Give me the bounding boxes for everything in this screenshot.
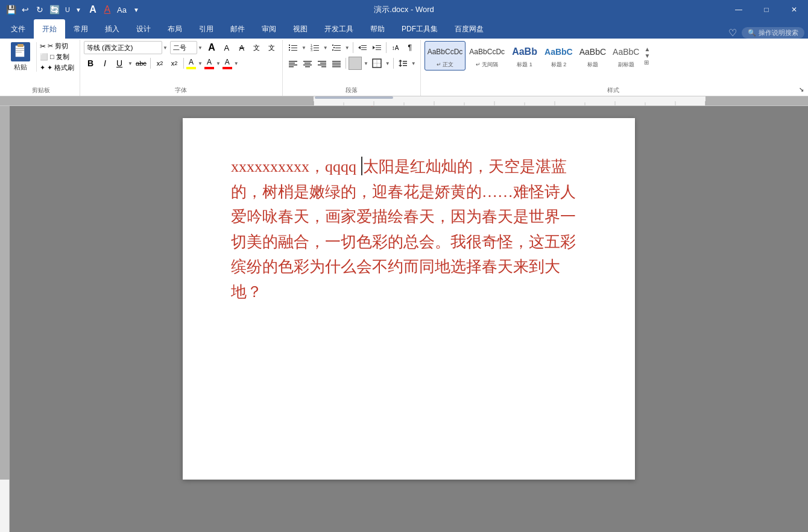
font-name-input[interactable] bbox=[84, 41, 162, 54]
svg-rect-12 bbox=[314, 45, 319, 46]
font-name-selector[interactable]: ▼ bbox=[84, 41, 168, 54]
borders-dropdown[interactable]: ▼ bbox=[385, 61, 391, 66]
clipboard-sub: ✂ ✂ 剪切 ⬜ □ 复制 ✦ ✦ 格式刷 bbox=[38, 41, 76, 73]
font-color2-dropdown[interactable]: ▼ bbox=[233, 61, 239, 66]
underline-button[interactable]: U bbox=[113, 57, 126, 70]
multilevel-list-button[interactable] bbox=[330, 41, 343, 54]
close-button[interactable]: ✕ bbox=[780, 0, 808, 19]
fmt-divider2 bbox=[183, 58, 184, 69]
style-normal[interactable]: AaBbCcDc ↵ 正文 bbox=[425, 41, 466, 70]
font-color-icon[interactable]: A bbox=[101, 4, 113, 16]
font-a-icon[interactable]: A bbox=[87, 4, 99, 16]
save-icon[interactable]: 💾 bbox=[5, 4, 17, 16]
svg-rect-73 bbox=[315, 96, 393, 99]
svg-rect-37 bbox=[303, 64, 312, 66]
line-spacing-button[interactable] bbox=[396, 57, 409, 70]
style-h2[interactable]: AaBbC 标题 2 bbox=[541, 41, 576, 70]
tab-help[interactable]: 帮助 bbox=[362, 19, 393, 39]
document-content[interactable]: xxxxxxxxxx，qqqq 太阳是红灿灿的，天空是湛蓝的，树梢是嫩绿的，迎春… bbox=[231, 154, 587, 305]
styles-label: 样式 bbox=[425, 85, 802, 96]
minimize-button[interactable]: — bbox=[725, 0, 753, 19]
styles-down-button[interactable]: ▼ bbox=[644, 52, 650, 59]
styles-up-button[interactable]: ▲ bbox=[644, 46, 650, 52]
strikethrough-button[interactable]: abc bbox=[134, 57, 148, 70]
font-color-btn[interactable]: A bbox=[204, 58, 214, 69]
line-spacing-dropdown[interactable]: ▼ bbox=[411, 61, 417, 66]
pinyin-button[interactable]: 文 bbox=[250, 41, 264, 54]
shading-button[interactable] bbox=[349, 57, 362, 70]
font-shrink-button[interactable]: A bbox=[220, 41, 233, 54]
highlight-dropdown[interactable]: ▼ bbox=[197, 61, 203, 66]
autosave-icon[interactable]: 🔄 bbox=[48, 4, 60, 16]
search-label[interactable]: 操作说明搜索 bbox=[759, 28, 798, 37]
sort-button[interactable]: ↕A bbox=[389, 41, 402, 54]
font-color2-btn[interactable]: A bbox=[223, 58, 232, 69]
bullet-dropdown[interactable]: ▼ bbox=[301, 45, 307, 51]
shading-dropdown[interactable]: ▼ bbox=[363, 61, 369, 66]
tab-view[interactable]: 视图 bbox=[285, 19, 316, 39]
style-h1[interactable]: AaBb 标题 1 bbox=[508, 41, 541, 70]
document-area[interactable]: xxxxxxxxxx，qqqq 太阳是红灿灿的，天空是湛蓝的，树梢是嫩绿的，迎春… bbox=[10, 106, 808, 532]
font-name-dropdown-arrow[interactable]: ▼ bbox=[162, 45, 168, 51]
style-no-spacing[interactable]: AaBbCcDc ↵ 无间隔 bbox=[466, 41, 508, 70]
italic-button[interactable]: I bbox=[98, 57, 112, 70]
paste-button[interactable]: 粘贴 bbox=[6, 41, 35, 73]
search-bar[interactable]: 🔍 操作说明搜索 bbox=[742, 27, 804, 39]
tab-insert[interactable]: 插入 bbox=[96, 19, 128, 39]
align-left-button[interactable] bbox=[286, 57, 300, 70]
tab-baidu[interactable]: 百度网盘 bbox=[446, 19, 492, 39]
styles-expand[interactable]: ↘ bbox=[797, 85, 806, 93]
tab-developer[interactable]: 开发工具 bbox=[316, 19, 362, 39]
subscript-button[interactable]: x2 bbox=[153, 57, 166, 70]
tab-design[interactable]: 设计 bbox=[128, 19, 159, 39]
tab-common[interactable]: 常用 bbox=[65, 19, 96, 39]
text-highlight-btn[interactable]: A bbox=[186, 58, 196, 69]
decrease-indent-button[interactable] bbox=[356, 41, 369, 54]
multilevel-dropdown[interactable]: ▼ bbox=[344, 45, 350, 51]
tab-review[interactable]: 审阅 bbox=[253, 19, 285, 39]
font-color-dropdown[interactable]: ▼ bbox=[215, 61, 221, 66]
clear-format-button[interactable]: A bbox=[235, 41, 248, 54]
font-size-selector[interactable]: ▼ bbox=[170, 41, 203, 54]
numbered-list-button[interactable]: 1.2.3. bbox=[308, 41, 321, 54]
style-title[interactable]: AaBbC 标题 bbox=[576, 41, 609, 70]
increase-indent-button[interactable] bbox=[370, 41, 383, 54]
bold-button[interactable]: B bbox=[84, 57, 97, 70]
format-painter-button[interactable]: ✦ ✦ 格式刷 bbox=[38, 63, 76, 73]
tab-layout[interactable]: 布局 bbox=[159, 19, 191, 39]
arrow-svg bbox=[279, 106, 400, 130]
bullet-list-button[interactable] bbox=[286, 41, 300, 54]
align-right-button[interactable] bbox=[315, 57, 329, 70]
capitalize-icon[interactable]: Aa bbox=[116, 4, 128, 16]
more-text-button[interactable]: 文 bbox=[265, 41, 279, 54]
undo-icon[interactable]: ↩ bbox=[19, 4, 31, 16]
borders-button[interactable] bbox=[370, 57, 383, 70]
copy-button[interactable]: ⬜ □ 复制 bbox=[38, 52, 76, 62]
tab-pdf[interactable]: PDF工具集 bbox=[393, 19, 446, 39]
underline-dropdown[interactable]: ▼ bbox=[127, 61, 133, 66]
more2-icon[interactable]: ▼ bbox=[130, 4, 142, 16]
justify-button[interactable] bbox=[330, 57, 343, 70]
baidu-icon[interactable]: ♡ bbox=[725, 27, 740, 39]
tab-home[interactable]: 开始 bbox=[34, 19, 65, 39]
maximize-button[interactable]: □ bbox=[753, 0, 780, 19]
styles-more-button[interactable]: ⊞ bbox=[644, 59, 650, 66]
style-subtitle-label: 副标题 bbox=[618, 61, 634, 69]
horizontal-ruler bbox=[0, 96, 808, 106]
redo-icon[interactable]: ↻ bbox=[34, 4, 46, 16]
tab-references[interactable]: 引用 bbox=[191, 19, 222, 39]
font-size-input[interactable] bbox=[170, 41, 197, 54]
tab-mail[interactable]: 邮件 bbox=[222, 19, 253, 39]
align-center-button[interactable] bbox=[301, 57, 314, 70]
show-marks-button[interactable]: ¶ bbox=[403, 41, 417, 54]
svg-rect-16 bbox=[314, 50, 319, 51]
more-icon[interactable]: ▼ bbox=[72, 4, 84, 16]
tab-file[interactable]: 文件 bbox=[2, 19, 34, 39]
superscript-button[interactable]: x2 bbox=[168, 57, 181, 70]
style-subtitle[interactable]: AaBbC 副标题 bbox=[610, 41, 642, 70]
cut-button[interactable]: ✂ ✂ 剪切 bbox=[38, 41, 76, 51]
numbered-dropdown[interactable]: ▼ bbox=[323, 45, 329, 51]
svg-rect-0 bbox=[16, 46, 24, 57]
font-size-dropdown-arrow[interactable]: ▼ bbox=[197, 45, 203, 51]
font-grow-button[interactable]: A bbox=[205, 41, 218, 54]
